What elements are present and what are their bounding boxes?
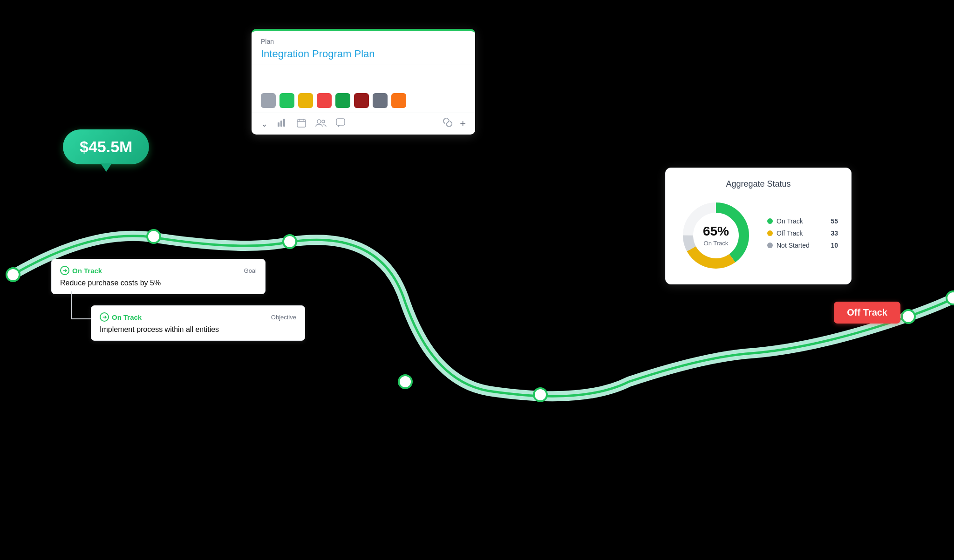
legend-dot-on-track [767,218,773,224]
money-value: $45.5M [80,138,132,155]
color-swatch-red[interactable] [317,93,332,108]
chart-bar-icon[interactable] [277,119,287,129]
plan-header-label: Plan [261,38,466,45]
color-swatch-orange[interactable] [391,93,406,108]
legend-on-track: On Track 55 [767,217,838,225]
objective-text: Implement process within all entities [100,325,296,334]
aggregate-legend: On Track 55 Off Track 33 Not Started 10 [767,217,838,254]
legend-off-track: Off Track 33 [767,229,838,237]
toolbar-right-icons: + [443,118,466,130]
svg-rect-10 [297,120,306,127]
plan-card-title[interactable]: Integration Program Plan [261,48,466,60]
objective-card: ➔ On Track Objective Implement process w… [91,305,305,341]
color-swatch-dark-green[interactable] [335,93,350,108]
off-track-badge: Off Track [834,302,900,324]
svg-point-6 [947,291,954,304]
goal-type-label: Goal [244,267,257,274]
svg-rect-7 [278,122,279,127]
money-badge: $45.5M [63,129,149,164]
objective-status-text: On Track [112,313,142,321]
donut-percentage: 65% [703,224,729,239]
legend-label-not-started: Not Started [777,242,810,249]
aggregate-title: Aggregate Status [679,179,838,189]
legend-count-not-started: 10 [831,242,838,249]
svg-point-3 [399,375,412,388]
link-icon[interactable] [443,118,452,130]
color-swatch-dark-gray[interactable] [373,93,388,108]
legend-label-off-track: Off Track [777,229,803,237]
add-icon[interactable]: + [460,118,466,130]
svg-point-0 [7,268,20,281]
goal-card: ➔ On Track Goal Reduce purchase costs by… [51,259,266,294]
legend-count-off-track: 33 [831,229,838,237]
color-swatch-yellow[interactable] [298,93,313,108]
off-track-label: Off Track [847,307,887,317]
legend-count-on-track: 55 [831,217,838,225]
svg-rect-8 [280,121,282,127]
chevron-down-icon[interactable]: ⌄ [261,119,268,129]
plan-card: Plan Integration Program Plan ⌄ + [252,29,475,135]
aggregate-card: Aggregate Status [665,168,852,284]
legend-dot-not-started [767,243,773,248]
donut-center: 65% On Track [703,224,729,247]
card-connector-vertical [71,291,72,319]
svg-rect-16 [336,119,345,125]
svg-point-1 [147,230,160,243]
goal-status-text: On Track [72,267,102,275]
color-swatch-gray[interactable] [261,93,276,108]
svg-line-17 [446,121,449,124]
on-track-icon: ➔ [60,266,69,275]
svg-point-15 [322,120,325,123]
goal-status-row: ➔ On Track Goal [60,266,257,275]
card-connector-horizontal [71,318,92,319]
plan-card-header: Plan Integration Program Plan [252,31,475,65]
color-swatches [252,88,475,113]
plan-toolbar: ⌄ + [252,113,475,135]
goal-on-track-label: ➔ On Track [60,266,102,275]
color-swatch-dark-red[interactable] [354,93,369,108]
objective-status-row: ➔ On Track Objective [100,312,296,322]
objective-on-track-icon: ➔ [100,312,109,322]
svg-point-2 [283,235,296,248]
plan-card-body [252,65,475,88]
objective-on-track-label: ➔ On Track [100,312,142,322]
svg-point-14 [317,120,321,123]
donut-label: On Track [704,240,729,247]
team-icon[interactable] [315,119,327,129]
legend-dot-off-track [767,230,773,236]
svg-point-5 [902,310,915,323]
calendar-icon[interactable] [297,118,306,130]
svg-rect-9 [283,119,285,127]
objective-type-label: Objective [271,314,296,321]
legend-label-on-track: On Track [777,217,803,225]
aggregate-content: 65% On Track On Track 55 Off Track 33 No… [679,198,838,273]
goal-text: Reduce purchase costs by 5% [60,279,257,287]
color-swatch-green[interactable] [279,93,294,108]
legend-not-started: Not Started 10 [767,242,838,249]
comment-icon[interactable] [336,118,345,130]
svg-point-4 [534,388,547,401]
donut-chart: 65% On Track [679,198,753,273]
